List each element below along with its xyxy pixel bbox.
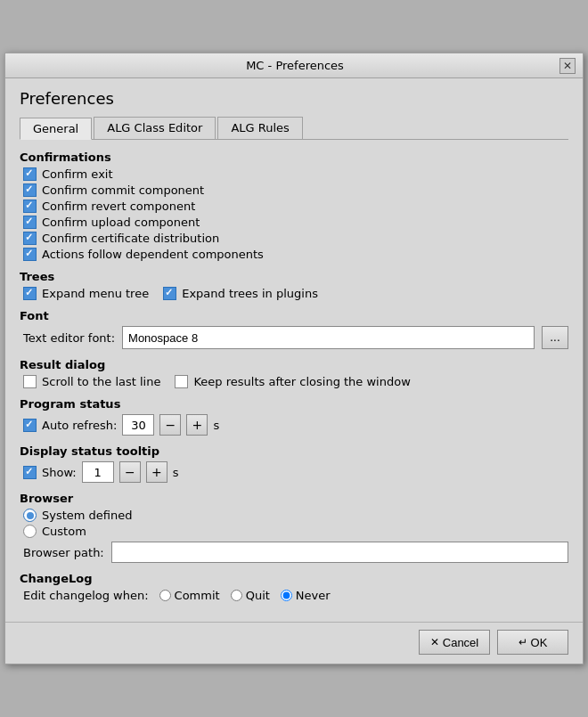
confirm-revert-row: Confirm revert component [23,200,568,213]
system-defined-row: System defined [23,509,568,522]
never-radio-group: Never [281,589,331,602]
never-radio[interactable] [281,590,292,601]
scroll-last-checkbox[interactable] [23,375,37,388]
commit-radio-group: Commit [159,589,220,602]
font-browse-button[interactable]: ... [542,326,568,349]
browser-path-row: Browser path: [23,542,568,563]
dialog-body: Preferences General ALG Class Editor ALG… [5,78,583,618]
confirm-commit-label: Confirm commit component [42,183,204,197]
trees-section: Trees Expand menu tree Expand trees in p… [20,270,568,300]
custom-browser-radio[interactable] [23,525,37,538]
confirm-commit-checkbox[interactable] [23,183,37,197]
auto-refresh-row: Auto refresh: 30 − + s [23,414,568,436]
auto-refresh-plus-button[interactable]: + [186,414,208,436]
expand-menu-tree-label: Expand menu tree [42,287,149,300]
expand-menu-tree-checkbox[interactable] [23,287,37,300]
tooltip-unit: s [173,466,179,479]
expand-trees-plugins-label: Expand trees in plugins [182,287,318,300]
auto-refresh-label: Auto refresh: [42,419,117,432]
confirm-exit-label: Confirm exit [42,167,113,181]
system-defined-radio[interactable] [23,509,37,522]
ok-label: OK [531,636,548,649]
tab-general[interactable]: General [20,118,92,140]
confirm-exit-row: Confirm exit [23,167,568,181]
display-tooltip-label: Display status tooltip [20,444,568,458]
auto-refresh-value: 30 [122,414,154,436]
titlebar: MC - Preferences ✕ [5,53,583,78]
system-defined-label: System defined [42,509,133,522]
font-row: Text editor font: ... [23,326,568,349]
trees-label: Trees [20,270,568,283]
show-tooltip-row: Show: 1 − + s [23,461,568,483]
keep-results-checkbox[interactable] [175,375,188,388]
display-tooltip-section: Display status tooltip Show: 1 − + s [20,444,568,483]
expand-trees-plugins-checkbox[interactable] [163,287,176,300]
font-label: Font [20,309,568,322]
browser-path-label: Browser path: [23,546,104,559]
cancel-icon: ✕ [430,636,439,648]
quit-label: Quit [246,589,270,602]
quit-radio-group: Quit [231,589,270,602]
confirmations-section: Confirmations Confirm exit Confirm commi… [20,151,568,261]
commit-label: Commit [175,589,220,602]
edit-changelog-label: Edit changelog when: [23,589,149,602]
keep-results-label: Keep results after closing the window [193,375,410,388]
ok-icon: ↵ [519,636,527,648]
tab-alg-class-editor[interactable]: ALG Class Editor [94,117,216,139]
quit-radio[interactable] [231,590,242,601]
result-dialog-section: Result dialog Scroll to the last line Ke… [20,358,568,388]
confirm-upload-row: Confirm upload component [23,216,568,229]
close-button[interactable]: ✕ [559,58,576,74]
browser-label: Browser [20,492,568,505]
confirm-certificate-row: Confirm certificate distribution [23,232,568,245]
show-tooltip-checkbox[interactable] [23,466,37,479]
confirm-revert-checkbox[interactable] [23,200,37,213]
result-row: Scroll to the last line Keep results aft… [23,375,568,388]
font-section: Font Text editor font: ... [20,309,568,349]
never-label: Never [296,589,331,602]
show-tooltip-label: Show: [42,466,77,479]
cancel-button[interactable]: ✕ Cancel [419,630,490,655]
confirm-upload-label: Confirm upload component [42,216,200,229]
preferences-dialog: MC - Preferences ✕ Preferences General A… [4,53,584,664]
scroll-last-label: Scroll to the last line [42,375,160,388]
confirm-revert-label: Confirm revert component [42,200,195,213]
program-status-section: Program status Auto refresh: 30 − + s [20,397,568,436]
tooltip-minus-button[interactable]: − [119,461,141,483]
changelog-label: ChangeLog [20,572,568,585]
actions-follow-row: Actions follow dependent components [23,248,568,261]
tab-alg-rules[interactable]: ALG Rules [217,117,302,139]
cancel-label: Cancel [443,636,478,649]
changelog-section: ChangeLog Edit changelog when: Commit Qu… [20,572,568,602]
confirm-upload-checkbox[interactable] [23,216,37,229]
tooltip-plus-button[interactable]: + [146,461,167,483]
page-title: Preferences [20,89,568,108]
changelog-row: Edit changelog when: Commit Quit Never [23,589,568,602]
dialog-footer: ✕ Cancel ↵ OK [5,622,583,664]
text-editor-font-label: Text editor font: [23,331,115,345]
expand-trees-plugins-row: Expand trees in plugins [163,287,318,300]
confirm-exit-checkbox[interactable] [23,167,37,181]
actions-follow-checkbox[interactable] [23,248,37,261]
ok-button[interactable]: ↵ OK [497,630,568,655]
browser-path-input[interactable] [111,542,568,563]
confirmations-label: Confirmations [20,151,568,164]
dialog-title: MC - Preferences [30,59,559,72]
result-dialog-label: Result dialog [20,358,568,371]
tooltip-value: 1 [82,461,114,483]
custom-browser-row: Custom [23,525,568,538]
confirm-certificate-checkbox[interactable] [23,232,37,245]
actions-follow-label: Actions follow dependent components [42,248,264,261]
keep-results-row: Keep results after closing the window [175,375,410,388]
commit-radio[interactable] [159,590,171,601]
custom-browser-label: Custom [42,525,86,538]
tab-bar: General ALG Class Editor ALG Rules [20,117,568,140]
scroll-last-row: Scroll to the last line [23,375,160,388]
confirm-commit-row: Confirm commit component [23,183,568,197]
program-status-label: Program status [20,397,568,411]
auto-refresh-checkbox[interactable] [23,419,37,432]
trees-row: Expand menu tree Expand trees in plugins [23,287,568,300]
auto-refresh-minus-button[interactable]: − [159,414,181,436]
font-input[interactable] [122,326,535,349]
expand-menu-tree-row: Expand menu tree [23,287,149,300]
